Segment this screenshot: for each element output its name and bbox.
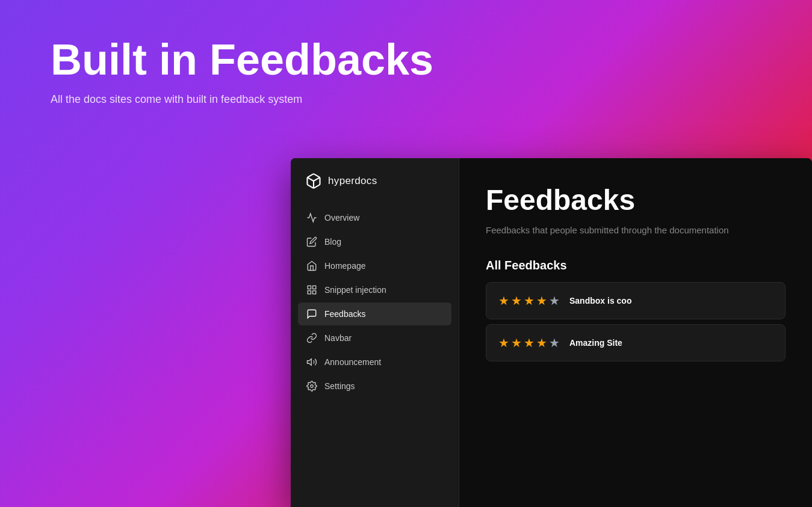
app-window: hyperdocs Overview Blog xyxy=(291,158,812,507)
logo-area: hyperdocs xyxy=(291,173,459,206)
feedback-list: ★ ★ ★ ★ ★ Sandbox is coo ★ ★ ★ ★ ★ Amazi… xyxy=(486,282,786,361)
sidebar-item-snippet-injection[interactable]: Snippet injection xyxy=(298,278,451,301)
star-rating-1: ★ ★ ★ ★ ★ xyxy=(498,293,560,308)
sidebar-item-announcement[interactable]: Announcement xyxy=(298,351,451,373)
sidebar-item-label: Navbar xyxy=(324,333,352,343)
sidebar-item-label: Homepage xyxy=(324,261,366,271)
svg-rect-4 xyxy=(308,291,311,294)
feedback-card-1: ★ ★ ★ ★ ★ Sandbox is coo xyxy=(486,282,786,319)
star-1-1: ★ xyxy=(498,293,509,308)
star-1-3: ★ xyxy=(524,293,535,308)
sidebar-item-feedbacks[interactable]: Feedbacks xyxy=(298,303,451,325)
logo-text: hyperdocs xyxy=(328,175,377,187)
sidebar-item-label: Overview xyxy=(324,213,359,223)
hero-section: Built in Feedbacks All the docs sites co… xyxy=(0,0,812,130)
sidebar-item-label: Settings xyxy=(324,381,355,391)
home-icon xyxy=(306,260,317,271)
message-icon xyxy=(306,309,317,319)
star-1-5: ★ xyxy=(549,293,560,308)
star-2-3: ★ xyxy=(524,336,535,350)
sidebar-item-homepage[interactable]: Homepage xyxy=(298,254,451,277)
star-2-4: ★ xyxy=(536,336,547,350)
feedback-text-2: Amazing Site xyxy=(569,338,622,348)
cube-icon xyxy=(305,173,322,189)
sidebar-item-label: Announcement xyxy=(324,357,381,367)
sidebar-item-settings[interactable]: Settings xyxy=(298,375,451,398)
nav-items: Overview Blog Homepage xyxy=(291,206,459,398)
star-2-1: ★ xyxy=(498,336,509,350)
sidebar-item-label: Feedbacks xyxy=(324,309,365,319)
sidebar-item-label: Snippet injection xyxy=(324,285,386,295)
sidebar-item-label: Blog xyxy=(324,237,341,247)
edit-icon xyxy=(306,236,317,247)
settings-icon xyxy=(306,381,317,392)
feedback-card-2: ★ ★ ★ ★ ★ Amazing Site xyxy=(486,324,786,361)
svg-rect-2 xyxy=(313,286,316,289)
activity-icon xyxy=(306,212,317,223)
sidebar-item-overview[interactable]: Overview xyxy=(298,206,451,229)
section-title: All Feedbacks xyxy=(486,259,786,272)
volume-icon xyxy=(306,357,317,367)
svg-rect-3 xyxy=(313,291,316,294)
star-rating-2: ★ ★ ★ ★ ★ xyxy=(498,336,560,350)
sidebar: hyperdocs Overview Blog xyxy=(291,158,459,507)
svg-point-6 xyxy=(311,385,314,388)
hero-title: Built in Feedbacks xyxy=(51,36,761,84)
star-2-5: ★ xyxy=(549,336,560,350)
star-1-4: ★ xyxy=(536,293,547,308)
star-1-2: ★ xyxy=(511,293,522,308)
page-title: Feedbacks xyxy=(486,185,786,217)
sidebar-item-navbar[interactable]: Navbar xyxy=(298,327,451,349)
grid-icon xyxy=(306,284,317,295)
star-2-2: ★ xyxy=(511,336,522,350)
svg-marker-5 xyxy=(308,359,312,366)
feedback-text-1: Sandbox is coo xyxy=(569,296,631,306)
hero-subtitle: All the docs sites come with built in fe… xyxy=(51,93,761,106)
main-content: Feedbacks Feedbacks that people submitte… xyxy=(459,158,812,507)
page-subtitle: Feedbacks that people submitted through … xyxy=(486,224,786,238)
link-icon xyxy=(306,333,317,343)
sidebar-item-blog[interactable]: Blog xyxy=(298,230,451,253)
svg-rect-1 xyxy=(308,286,311,289)
